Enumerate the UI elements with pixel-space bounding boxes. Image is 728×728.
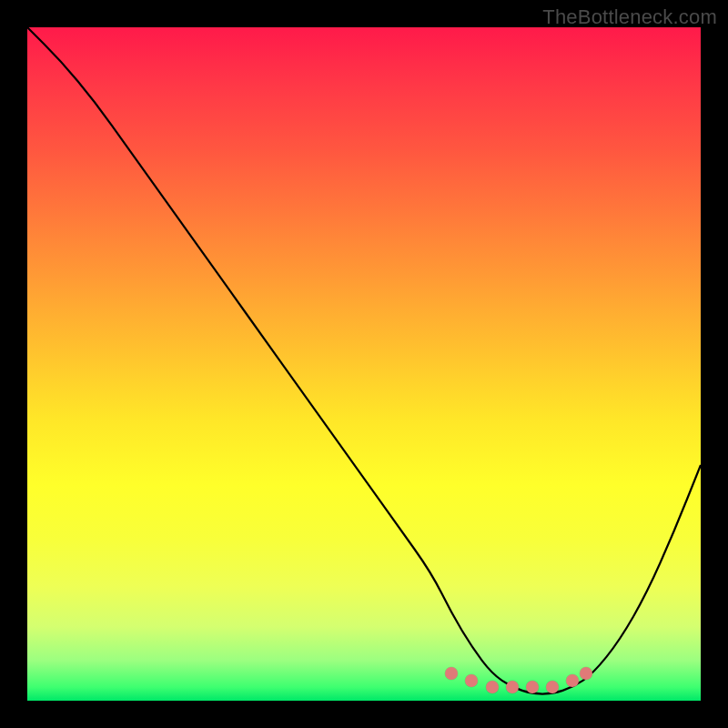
optimal-range-markers bbox=[27, 27, 701, 701]
marker-dot bbox=[445, 667, 458, 680]
marker-dot bbox=[506, 681, 519, 693]
marker-dot bbox=[526, 681, 539, 693]
bottleneck-curve bbox=[27, 27, 701, 701]
chart-container: TheBottleneck.com bbox=[0, 0, 728, 728]
marker-dot bbox=[566, 674, 579, 687]
marker-dot bbox=[580, 667, 592, 680]
plot-area bbox=[27, 27, 701, 701]
marker-dot bbox=[486, 681, 499, 693]
marker-dot bbox=[546, 681, 559, 693]
watermark-text: TheBottleneck.com bbox=[542, 5, 717, 29]
marker-dot bbox=[465, 674, 478, 687]
